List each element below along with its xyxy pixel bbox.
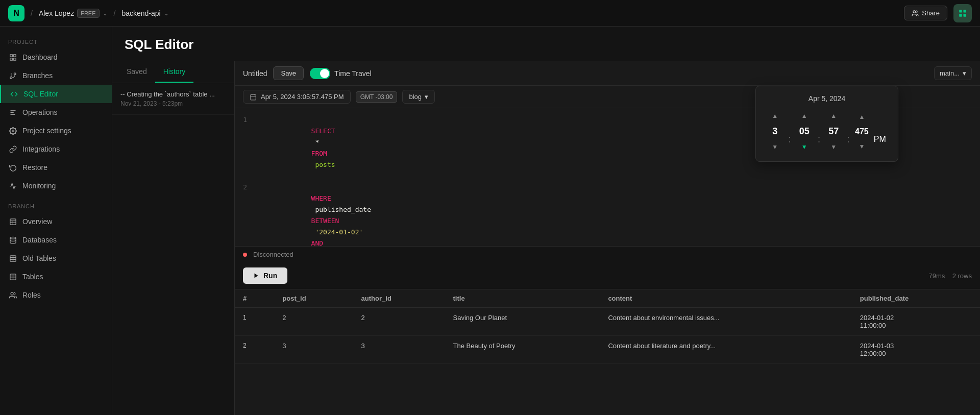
elapsed-time: 79ms [928,272,945,280]
sidebar-item-roles[interactable]: Roles [0,286,112,304]
row-2-author-id: 3 [353,336,445,364]
app-logo[interactable]: N [8,5,24,21]
sidebar-item-dashboard[interactable]: Dashboard [0,48,112,66]
svg-rect-7 [10,58,12,60]
sidebar-item-monitoring-label: Monitoring [22,182,56,190]
sidebar-item-overview[interactable]: Overview [0,212,112,231]
branch-section-label: BRANCH [0,203,112,209]
save-button[interactable]: Save [273,66,304,80]
sidebar-item-restore-label: Restore [22,163,47,172]
project-section-label: PROJECT [0,39,112,45]
db-chevron-icon: ▾ [425,93,428,101]
tab-history[interactable]: History [155,61,194,83]
minutes-down-arrow[interactable]: ▼ [796,141,813,153]
row-1-author-id: 2 [353,308,445,336]
share-button[interactable]: Share [904,6,947,20]
user-info[interactable]: Alex Lopez FREE ⌄ [39,9,108,18]
run-info: 79ms 2 rows [928,272,972,280]
tables-icon [8,272,17,281]
svg-point-15 [12,130,14,132]
topbar-actions: Share [904,4,972,22]
datetime-display[interactable]: Apr 5, 2024 3:05:57.475 PM [243,90,351,104]
svg-rect-4 [964,14,966,16]
ms-up-arrow[interactable]: ▲ [853,111,870,123]
roles-icon [8,290,17,300]
code-line-2: 2 WHERE published_date BETWEEN '2024-01-… [235,182,980,246]
sidebar-item-monitoring[interactable]: Monitoring [0,177,112,195]
restore-icon [8,163,17,172]
time-travel-label: Time Travel [334,69,372,78]
branches-icon [8,71,17,80]
picker-seconds-col: ▲ 57 ▼ [823,110,844,153]
grid-icon-button[interactable] [953,4,972,22]
sidebar-item-sql-editor[interactable]: SQL Editor [0,85,112,103]
sidebar-item-project-settings-label: Project settings [22,127,71,135]
ms-down-arrow[interactable]: ▼ [853,140,870,153]
project-selector[interactable]: backend-api ⌄ [121,9,168,17]
tab-saved[interactable]: Saved [118,61,155,83]
row-2-content: Content about literature and poetry... [600,336,851,364]
sidebar-item-integrations[interactable]: Integrations [0,140,112,158]
svg-rect-1 [959,10,962,12]
db-select[interactable]: blog ▾ [402,90,435,104]
project-settings-icon [8,126,17,135]
sql-editor-header: SQL Editor [112,27,980,61]
sidebar-item-project-settings[interactable]: Project settings [0,121,112,140]
row-1-num: 1 [235,308,274,336]
script-date: Nov 21, 2023 - 5:23pm [120,100,226,107]
sql-editor-icon [9,89,18,99]
svg-rect-3 [959,14,962,16]
sidebar-item-branches[interactable]: Branches [0,66,112,85]
disconnected-label: Disconnected [253,251,293,258]
content-area: SQL Editor Saved History -- Creating the… [112,27,980,415]
sidebar-item-restore[interactable]: Restore [0,158,112,177]
sidebar-item-databases[interactable]: Databases [0,231,112,249]
col-header-content: content [600,289,851,308]
sidebar: PROJECT Dashboard Branches [0,27,112,415]
branch-select[interactable]: main... ▾ [934,66,972,80]
datetime-picker-row: Apr 5, 2024 3:05:57.475 PM GMT -03:00 bl… [235,86,980,108]
editor-area: Saved History -- Creating the `authors` … [112,61,980,415]
svg-marker-34 [255,274,258,278]
run-button[interactable]: Run [243,267,287,284]
sidebar-item-old-tables[interactable]: Old Tables [0,249,112,267]
sidebar-item-databases-label: Databases [22,236,57,244]
line-num-2: 2 [235,182,255,246]
col-header-post-id: post_id [274,289,353,308]
table-row: 2 3 3 The Beauty of Poetry Content about… [235,336,980,364]
col-header-num: # [235,289,274,308]
main-editor: Untitled Save Time Travel main... ▾ [235,61,980,415]
time-sep-1: : [785,133,794,145]
time-sep-3: : [844,133,853,145]
row-1-content: Content about environmental issues... [600,308,851,336]
svg-point-11 [10,77,12,79]
minutes-up-arrow[interactable]: ▲ [796,110,813,122]
sep2: / [114,9,116,17]
project-chevron-icon[interactable]: ⌄ [164,10,169,17]
picker-time-row: ▲ 3 ▼ : ▲ 05 ▼ : [764,110,890,153]
user-chevron-icon[interactable]: ⌄ [103,10,108,17]
sidebar-item-branches-label: Branches [22,71,53,80]
sep1: / [31,9,33,17]
sidebar-item-operations[interactable]: Operations [0,103,112,121]
hours-down-arrow[interactable]: ▼ [767,141,783,153]
toggle-container: Time Travel [310,68,372,79]
row-2-published-date: 2024-01-0312:00:00 [852,336,980,364]
sidebar-item-tables-label: Tables [22,273,43,281]
picker-minutes-col: ▲ 05 ▼ [794,110,815,153]
script-list-item[interactable]: -- Creating the `authors` table ... Nov … [112,83,234,115]
seconds-down-arrow[interactable]: ▼ [825,141,842,153]
table-row: 1 2 2 Saving Our Planet Content about en… [235,308,980,336]
line-num-1: 1 [235,114,255,182]
svg-rect-16 [10,218,15,224]
hours-up-arrow[interactable]: ▲ [767,110,783,122]
ms-value: 475 [853,127,871,136]
seconds-up-arrow[interactable]: ▲ [825,110,842,122]
sidebar-item-sql-editor-label: SQL Editor [23,90,58,98]
minutes-value: 05 [794,126,815,137]
row-2-post-id: 3 [274,336,353,364]
svg-point-0 [913,10,916,13]
sidebar-item-tables[interactable]: Tables [0,267,112,286]
time-travel-toggle[interactable] [310,68,330,79]
status-bar: Disconnected [235,246,980,262]
